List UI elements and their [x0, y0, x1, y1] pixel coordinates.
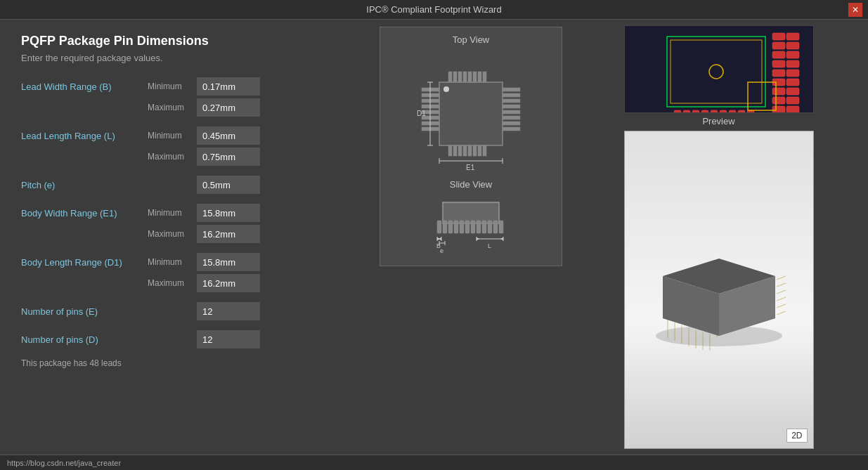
- svg-rect-9: [483, 72, 486, 82]
- svg-rect-8: [478, 72, 481, 82]
- body-width-range-group: Body Width Range (E1) Minimum Maximum: [21, 204, 351, 243]
- num-pins-e-input[interactable]: [197, 302, 260, 320]
- svg-rect-15: [473, 145, 477, 156]
- num-pins-d-row: Number of pins (D): [21, 330, 351, 348]
- body-width-min-input[interactable]: [197, 204, 260, 222]
- lead-width-max-input[interactable]: [197, 98, 260, 117]
- svg-rect-31: [503, 116, 520, 119]
- preview-2d-badge[interactable]: 2D: [786, 429, 807, 443]
- num-pins-e-row: Number of pins (E): [21, 302, 351, 320]
- body-length-min-row: Body Length Range (D1) Minimum: [21, 253, 351, 271]
- num-pins-d-group: Number of pins (D): [21, 330, 351, 348]
- status-url: https://blog.csdn.net/java_creater: [7, 459, 121, 467]
- svg-rect-16: [478, 145, 481, 156]
- page-title: PQFP Package Pin Dimensions: [21, 34, 351, 48]
- svg-rect-85: [786, 70, 799, 77]
- lead-length-max-input[interactable]: [197, 148, 260, 166]
- svg-rect-44: [443, 221, 447, 233]
- svg-marker-70: [500, 237, 503, 240]
- body-width-max-input[interactable]: [197, 225, 260, 243]
- svg-line-119: [777, 297, 786, 301]
- svg-rect-71: [625, 26, 814, 113]
- page-subtitle: Enter the required package values.: [21, 53, 351, 63]
- lead-width-range-group: Lead Width Range (B) Minimum Maximum: [21, 77, 351, 117]
- svg-rect-33: [503, 127, 520, 131]
- preview-label: Preview: [702, 116, 734, 126]
- lead-width-max-label: Maximum: [148, 103, 197, 112]
- lead-length-range-group: Lead Length Range (L) Minimum Maximum: [21, 126, 351, 166]
- svg-rect-47: [460, 221, 464, 233]
- svg-rect-6: [468, 72, 472, 82]
- svg-rect-79: [772, 97, 785, 104]
- lead-width-min-row: Lead Width Range (B) Minimum: [21, 77, 351, 96]
- svg-rect-5: [463, 72, 467, 82]
- svg-rect-51: [482, 221, 486, 233]
- svg-rect-4: [458, 72, 462, 82]
- body-length-min-input[interactable]: [197, 253, 260, 271]
- main-content: PQFP Package Pin Dimensions Enter the re…: [0, 20, 868, 455]
- svg-rect-28: [503, 99, 520, 103]
- lead-length-min-input[interactable]: [197, 126, 260, 145]
- svg-text:E1: E1: [466, 164, 475, 171]
- svg-rect-32: [503, 122, 520, 125]
- svg-rect-52: [488, 221, 492, 233]
- svg-rect-49: [471, 221, 475, 233]
- svg-rect-27: [503, 93, 520, 97]
- svg-rect-86: [786, 79, 799, 86]
- svg-line-120: [777, 304, 786, 308]
- preview-3d-area: [625, 131, 813, 448]
- svg-rect-80: [772, 106, 785, 113]
- pitch-input[interactable]: [197, 176, 260, 194]
- svg-rect-45: [448, 221, 453, 233]
- body-length-label: Body Length Range (D1): [21, 257, 148, 268]
- info-text: This package has 48 leads: [21, 358, 351, 368]
- svg-rect-48: [465, 221, 469, 233]
- svg-rect-17: [483, 145, 486, 156]
- svg-rect-88: [786, 97, 799, 104]
- svg-rect-2: [448, 72, 452, 82]
- num-pins-e-label: Number of pins (E): [21, 306, 148, 317]
- svg-rect-30: [503, 110, 520, 114]
- svg-rect-76: [772, 70, 785, 77]
- preview-3d-box: 2D: [624, 131, 814, 449]
- svg-rect-10: [448, 145, 452, 156]
- lead-width-min-input[interactable]: [197, 77, 260, 96]
- svg-rect-43: [437, 221, 441, 233]
- num-pins-d-input[interactable]: [197, 330, 260, 348]
- svg-marker-68: [437, 237, 440, 240]
- svg-rect-74: [772, 51, 785, 58]
- svg-text:D1: D1: [417, 110, 426, 117]
- svg-rect-89: [786, 106, 799, 113]
- svg-rect-72: [772, 33, 785, 40]
- svg-rect-26: [503, 88, 520, 91]
- window-title: IPC® Compliant Footprint Wizard: [20, 4, 848, 15]
- svg-rect-98: [729, 110, 736, 113]
- svg-rect-50: [477, 221, 481, 233]
- svg-line-121: [777, 311, 786, 315]
- svg-rect-94: [692, 110, 699, 113]
- num-pins-d-label: Number of pins (D): [21, 334, 148, 345]
- lead-width-max-row: Maximum: [21, 98, 351, 117]
- svg-rect-13: [463, 145, 467, 156]
- svg-rect-73: [772, 42, 785, 49]
- top-preview-strip: [624, 25, 814, 113]
- close-button[interactable]: ✕: [848, 3, 862, 17]
- body-length-max-label: Maximum: [148, 278, 197, 288]
- svg-rect-81: [786, 33, 799, 40]
- right-panel: Preview: [569, 20, 868, 455]
- body-width-max-label: Maximum: [148, 229, 197, 239]
- svg-rect-99: [738, 110, 745, 113]
- svg-rect-93: [683, 110, 690, 113]
- svg-rect-78: [772, 88, 785, 95]
- svg-rect-11: [453, 145, 457, 156]
- preview-3d-svg: [638, 220, 800, 360]
- svg-text:L: L: [488, 242, 491, 249]
- svg-rect-97: [720, 110, 727, 113]
- slide-view-diagram: B e L: [401, 195, 541, 259]
- body-width-min-row: Body Width Range (E1) Minimum: [21, 204, 351, 222]
- svg-rect-53: [493, 221, 498, 233]
- svg-rect-46: [454, 221, 458, 233]
- svg-rect-14: [468, 145, 472, 156]
- svg-rect-87: [786, 88, 799, 95]
- body-length-max-input[interactable]: [197, 274, 260, 292]
